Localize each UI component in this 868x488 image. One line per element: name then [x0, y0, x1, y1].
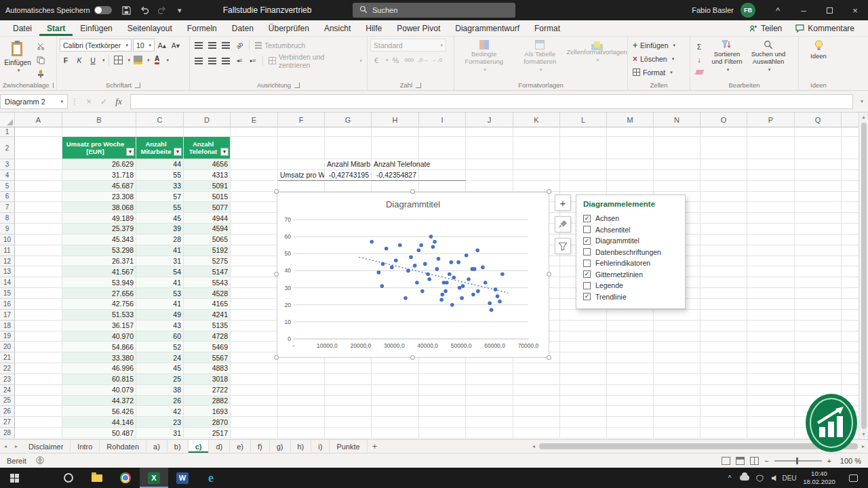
wrap-text-button[interactable]: Textumbruch	[253, 39, 307, 52]
page-layout-view-icon[interactable]	[736, 457, 745, 465]
cell-L22[interactable]	[560, 363, 607, 374]
minimize-icon[interactable]: –	[791, 0, 816, 20]
dialog-launcher-icon[interactable]	[53, 83, 54, 88]
checkbox-diagrammtitel[interactable]: ✓	[583, 237, 591, 245]
cell-F3[interactable]	[278, 159, 325, 170]
cell-J25[interactable]	[466, 396, 513, 407]
cell-L3[interactable]	[560, 159, 607, 170]
cell-B11[interactable]: 53.298	[62, 245, 136, 256]
cell-I1[interactable]	[419, 127, 466, 137]
chart-handle-top-left[interactable]	[274, 189, 279, 194]
scroll-right-icon[interactable]: ▸	[859, 443, 868, 449]
cell-C21[interactable]: 24	[136, 352, 184, 363]
cell-D19[interactable]: 4728	[184, 331, 231, 342]
sheet-nav-left-icon[interactable]: ◂	[0, 440, 11, 453]
cell-L17[interactable]	[560, 310, 607, 321]
cell-E21[interactable]	[231, 352, 278, 363]
cell-F5[interactable]	[278, 181, 325, 192]
cell-C16[interactable]: 41	[136, 299, 184, 310]
cell-M5[interactable]	[607, 181, 654, 192]
chart-element-item-legende[interactable]: Legende	[583, 280, 678, 291]
cell-P7[interactable]	[747, 202, 795, 213]
align-bottom-icon[interactable]	[220, 39, 232, 51]
cell-E5[interactable]	[231, 181, 278, 192]
ideas-button[interactable]: Ideen	[808, 39, 829, 80]
chart-element-item-datenbeschriftungen[interactable]: Datenbeschriftungen	[583, 247, 678, 258]
cell-B5[interactable]: 45.687	[62, 181, 136, 192]
cell-I23[interactable]	[419, 374, 466, 385]
row-header-17[interactable]: 17	[0, 310, 15, 321]
cell-Q5[interactable]	[795, 181, 842, 192]
cell-L20[interactable]	[560, 342, 607, 352]
cell-K23[interactable]	[513, 374, 560, 385]
cell-D3[interactable]: 4656	[184, 159, 231, 170]
cell-C15[interactable]: 53	[136, 288, 184, 299]
file-explorer-button[interactable]	[83, 468, 111, 488]
sheet-tab-Disclaimer[interactable]: Disclaimer	[22, 440, 71, 453]
cell-A25[interactable]	[15, 396, 62, 407]
cell-O15[interactable]	[701, 288, 747, 299]
scatter-plot[interactable]: 010203040506070-10000,020000,030000,0400…	[277, 192, 550, 359]
cell-F2[interactable]	[278, 137, 325, 159]
cell-N4[interactable]	[654, 170, 701, 181]
excel-taskbar-button[interactable]: X	[140, 468, 168, 488]
underline-icon[interactable]: U	[87, 54, 99, 66]
vertical-scroll-thumb[interactable]	[861, 123, 867, 429]
row-header-18[interactable]: 18	[0, 321, 15, 331]
cell-N17[interactable]	[654, 310, 701, 321]
accessibility-icon[interactable]	[36, 456, 44, 466]
cell-D13[interactable]: 5147	[184, 266, 231, 277]
filter-dropdown-icon[interactable]: ▾	[220, 148, 229, 156]
checkbox-achsen[interactable]: ✓	[583, 215, 591, 222]
chart-title[interactable]: Diagrammtitel	[277, 199, 549, 209]
cell-E25[interactable]	[231, 396, 278, 407]
cell-A6[interactable]	[15, 192, 62, 203]
zoom-level[interactable]: 100 %	[837, 457, 861, 465]
cell-E22[interactable]	[231, 363, 278, 374]
cell-F1[interactable]	[278, 127, 325, 137]
cell-P14[interactable]	[747, 277, 795, 288]
cell-Q4[interactable]	[795, 170, 842, 181]
chart-handle-mid-right[interactable]	[547, 272, 551, 277]
accounting-format-icon[interactable]: €	[370, 54, 382, 66]
row-header-19[interactable]: 19	[0, 331, 15, 342]
cell-A20[interactable]	[15, 342, 62, 352]
cell-D14[interactable]: 5543	[184, 277, 231, 288]
cell-J5[interactable]	[466, 181, 513, 192]
cell-I2[interactable]	[419, 137, 466, 159]
cell-P16[interactable]	[747, 299, 795, 310]
cell-E10[interactable]	[231, 235, 278, 245]
cell-M19[interactable]	[607, 331, 654, 342]
chevron-down-icon[interactable]: ▾	[128, 58, 131, 63]
row-header-23[interactable]: 23	[0, 374, 15, 385]
cell-D26[interactable]: 1693	[184, 406, 231, 417]
cell-E12[interactable]	[231, 256, 278, 267]
cell-D6[interactable]: 5015	[184, 192, 231, 203]
cell-I28[interactable]	[419, 428, 466, 439]
cell-N23[interactable]	[654, 374, 701, 385]
cell-K26[interactable]	[513, 406, 560, 417]
cell-C26[interactable]: 42	[136, 406, 184, 417]
comma-style-icon[interactable]: 000	[403, 54, 416, 66]
cell-O12[interactable]	[701, 256, 747, 267]
cell-Q9[interactable]	[795, 224, 842, 235]
cell-Q23[interactable]	[795, 374, 842, 385]
cell-F28[interactable]	[278, 428, 325, 439]
zoom-out-icon[interactable]: −	[764, 457, 768, 465]
dialog-launcher-icon[interactable]	[416, 83, 421, 88]
paste-button[interactable]: Einfügen ▾	[3, 39, 33, 80]
avatar[interactable]: FB	[741, 3, 755, 18]
cell-A22[interactable]	[15, 363, 62, 374]
cell-I26[interactable]	[419, 406, 466, 417]
row-header-24[interactable]: 24	[0, 385, 15, 396]
cell-P23[interactable]	[747, 374, 795, 385]
chart-elements-button[interactable]: +	[555, 195, 571, 211]
cell-O8[interactable]	[701, 213, 747, 224]
column-header-E[interactable]: E	[231, 113, 278, 127]
cell-C12[interactable]: 31	[136, 256, 184, 267]
cell-C28[interactable]: 31	[136, 428, 184, 439]
scroll-down-icon[interactable]: ▾	[862, 430, 865, 439]
search-box[interactable]: Suchen	[353, 3, 515, 18]
cell-styles-button[interactable]: Zellenformatvorlagen ▾	[569, 39, 625, 80]
cell-C19[interactable]: 60	[136, 331, 184, 342]
